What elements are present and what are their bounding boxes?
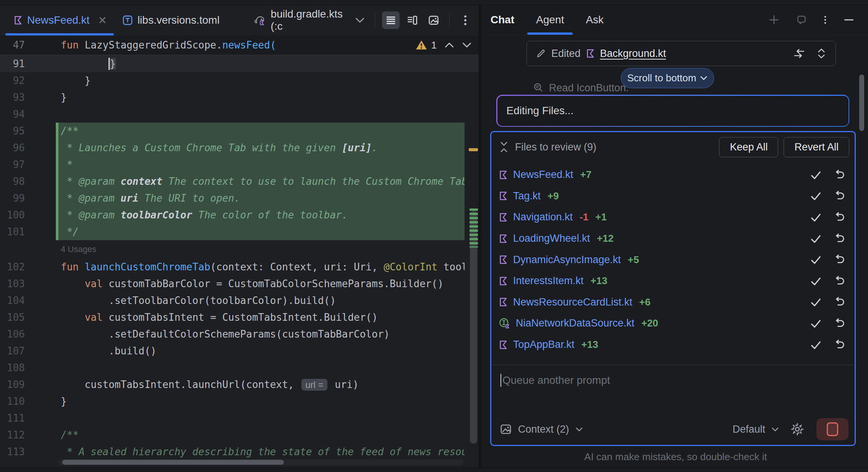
revert-file-undo-icon[interactable] xyxy=(833,276,845,286)
line-number[interactable]: 99 xyxy=(0,190,25,207)
hide-panel-minus-icon[interactable] xyxy=(844,15,854,25)
line-number[interactable]: 102 xyxy=(0,259,25,275)
tab-dropdown-chevron-icon[interactable] xyxy=(355,17,365,23)
code-line-113[interactable]: 113 * A sealed hierarchy describing the … xyxy=(0,443,479,460)
keep-file-check-icon[interactable] xyxy=(810,169,822,181)
code-line-106[interactable]: 106 .setDefaultColorSchemeParams(customT… xyxy=(0,326,479,343)
warning-badge[interactable]: 1 xyxy=(415,36,437,55)
keep-file-check-icon[interactable] xyxy=(810,318,822,329)
settings-gear-icon[interactable] xyxy=(790,422,804,436)
scroll-to-bottom-button[interactable]: Scroll to bottom xyxy=(621,68,714,88)
stop-button[interactable] xyxy=(816,418,849,440)
line-number[interactable]: 91 xyxy=(0,55,25,72)
prompt-input[interactable]: Queue another prompt xyxy=(500,372,610,389)
line-number[interactable]: 103 xyxy=(0,275,25,292)
revert-file-undo-icon[interactable] xyxy=(833,212,845,223)
code-line-97[interactable]: 97 * xyxy=(0,156,479,173)
line-number[interactable]: 100 xyxy=(0,207,25,223)
collapse-icon[interactable] xyxy=(499,141,509,153)
file-link[interactable]: InterestsItem.kt xyxy=(513,275,584,287)
editor-tab-libs-versions[interactable]: libs.versions.toml xyxy=(114,5,227,36)
revert-file-undo-icon[interactable] xyxy=(833,191,845,201)
panel-options-kebab-icon[interactable] xyxy=(824,15,827,25)
line-number[interactable]: 110 xyxy=(0,393,25,410)
chat-scrollbar-thumb[interactable] xyxy=(859,74,864,131)
code-line-107[interactable]: 107 .build() xyxy=(0,343,479,359)
code-line-109[interactable]: 109 customTabsIntent.launchUrl(context, … xyxy=(0,376,479,393)
revert-file-undo-icon[interactable] xyxy=(833,254,845,265)
line-number[interactable]: 47 xyxy=(0,36,25,55)
code-line-95[interactable]: 95/** xyxy=(0,123,479,139)
attach-image-icon[interactable] xyxy=(500,423,512,435)
code-line-102[interactable]: 102fun launchCustomChromeTab(context: Co… xyxy=(0,259,479,275)
tab-agent[interactable]: Agent xyxy=(536,5,564,35)
file-link[interactable]: NewsResourceCardList.kt xyxy=(513,296,632,308)
file-link[interactable]: DynamicAsyncImage.kt xyxy=(513,254,621,266)
model-dropdown[interactable]: Default xyxy=(732,424,765,435)
sticky-line-47[interactable]: 47 fun LazyStaggeredGridScope.newsFeed( … xyxy=(0,36,479,55)
horizontal-scrollbar-thumb[interactable] xyxy=(62,460,284,465)
keep-file-check-icon[interactable] xyxy=(810,212,822,223)
code-line-96[interactable]: 96 * Launches a Custom Chrome Tab with t… xyxy=(0,139,479,156)
revert-file-undo-icon[interactable] xyxy=(833,297,845,307)
keep-file-check-icon[interactable] xyxy=(810,233,822,244)
file-link[interactable]: NewsFeed.kt xyxy=(513,169,573,181)
code-editor[interactable]: 91 }92 }93}9495/**96 * Launches a Custom… xyxy=(0,55,479,460)
line-number[interactable]: 101 xyxy=(0,223,25,240)
line-number[interactable]: 107 xyxy=(0,343,25,359)
line-number[interactable]: 108 xyxy=(0,359,25,376)
line-number[interactable]: 98 xyxy=(0,173,25,190)
chevron-down-icon[interactable] xyxy=(575,427,583,432)
revert-file-undo-icon[interactable] xyxy=(833,318,845,329)
revert-all-button[interactable]: Revert All xyxy=(784,137,849,157)
keep-file-check-icon[interactable] xyxy=(810,339,822,351)
editor-more-menu-button[interactable] xyxy=(457,11,474,29)
line-number[interactable]: 113 xyxy=(0,443,25,460)
line-number[interactable]: 109 xyxy=(0,376,25,393)
line-number[interactable]: 112 xyxy=(0,427,25,443)
line-number[interactable]: 92 xyxy=(0,72,25,89)
code-line-112[interactable]: 112/** xyxy=(0,427,479,443)
code-line-105[interactable]: 105 val customTabsIntent = CustomTabsInt… xyxy=(0,309,479,326)
code-line-92[interactable]: 92 } xyxy=(0,72,479,89)
chevron-down-icon[interactable] xyxy=(771,427,779,432)
keep-file-check-icon[interactable] xyxy=(810,254,822,265)
code-line-99[interactable]: 99 * @param uri The URI to open. xyxy=(0,190,479,207)
line-number[interactable]: 93 xyxy=(0,89,25,106)
code-line-100[interactable]: 100 * @param toolbarColor The color of t… xyxy=(0,207,479,223)
code-line-104[interactable]: 104 .setToolbarColor(toolbarColor).build… xyxy=(0,292,479,309)
usages-inlay-hint[interactable]: 4 Usages xyxy=(0,240,479,259)
keep-file-check-icon[interactable] xyxy=(810,296,822,308)
tab-ask[interactable]: Ask xyxy=(586,5,604,35)
new-chat-plus-icon[interactable] xyxy=(769,15,779,25)
file-link[interactable]: NiaNetworkDataSource.kt xyxy=(516,317,635,329)
code-line-93[interactable]: 93} xyxy=(0,89,479,106)
revert-file-undo-icon[interactable] xyxy=(833,233,845,244)
line-number[interactable]: 96 xyxy=(0,139,25,156)
code-line-98[interactable]: 98 * @param context The context to use t… xyxy=(0,173,479,190)
line-number[interactable]: 105 xyxy=(0,309,25,326)
line-number[interactable]: 111 xyxy=(0,410,25,427)
context-dropdown[interactable]: Context (2) xyxy=(518,424,569,435)
code-line-91[interactable]: 91 } xyxy=(0,55,479,72)
keep-file-check-icon[interactable] xyxy=(810,275,822,287)
edited-file-link[interactable]: Background.kt xyxy=(600,48,666,60)
line-number[interactable]: 106 xyxy=(0,326,25,343)
editor-tab-newsfeed[interactable]: NewsFeed.kt ✕ xyxy=(5,5,114,36)
split-view-button[interactable] xyxy=(403,11,421,29)
line-number[interactable]: 95 xyxy=(0,123,25,139)
file-link[interactable]: LoadingWheel.kt xyxy=(513,233,590,244)
keep-file-check-icon[interactable] xyxy=(810,190,822,202)
prev-issue-chevron-icon[interactable] xyxy=(444,42,454,48)
code-line-94[interactable]: 94 xyxy=(0,106,479,123)
keep-all-button[interactable]: Keep All xyxy=(719,137,778,157)
revert-file-undo-icon[interactable] xyxy=(833,339,845,350)
next-issue-chevron-icon[interactable] xyxy=(462,42,472,48)
file-link[interactable]: TopAppBar.kt xyxy=(513,339,575,351)
code-line-108[interactable]: 108 xyxy=(0,359,479,376)
edited-file-card[interactable]: Edited Background.kt xyxy=(526,41,836,66)
code-line-103[interactable]: 103 val customTabBarColor = CustomTabCol… xyxy=(0,275,479,292)
show-diff-icon[interactable] xyxy=(793,48,806,59)
revert-file-undo-icon[interactable] xyxy=(833,170,845,180)
close-tab-icon[interactable]: ✕ xyxy=(98,14,107,27)
